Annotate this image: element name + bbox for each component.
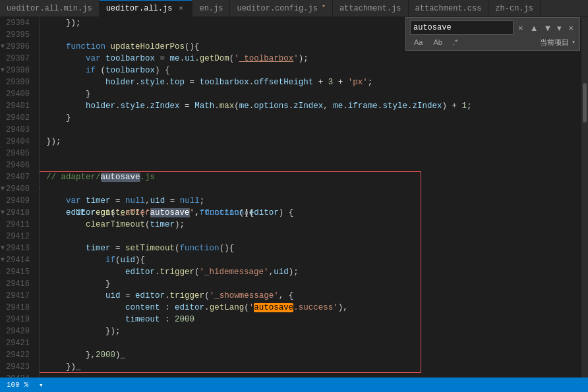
- tab-attachment-css[interactable]: attachment.css: [409, 0, 489, 17]
- code-line-29403: [46, 124, 581, 136]
- vertical-scrollbar[interactable]: [581, 17, 588, 378]
- line-num-29409: 29409: [0, 195, 34, 207]
- tab-label: zh-cn.js: [495, 4, 533, 13]
- code-line-29406: [46, 159, 581, 171]
- line-num-29416: 29416: [0, 278, 34, 290]
- code-line-29417: uid = editor.trigger('_showmessage', {: [46, 290, 581, 302]
- code-line-29415: editor.trigger('_hidemessage',uid);: [46, 266, 581, 278]
- line-num-29417: 29417: [0, 290, 34, 302]
- line-num-29402: 29402: [0, 112, 34, 124]
- tab-ueditor-all-js[interactable]: ueditor.all.js ×: [100, 0, 193, 17]
- code-line-29399: holder.style.top = toolbarbox.offsetHeig…: [46, 76, 581, 88]
- line-num-29418: 29418: [0, 302, 34, 314]
- code-line-29419: timeout : 2000: [46, 314, 581, 325]
- code-line-29401: holder.style.zIndex = Math.max(me.option…: [46, 100, 581, 112]
- line-number-gutter: 29394 29395 ▼29396 29397 ▼29398 29399 29…: [0, 17, 40, 378]
- code-line-29423: })_: [46, 361, 581, 373]
- line-num-29408: ▼29408: [0, 183, 34, 195]
- line-num-29420: 29420: [0, 325, 34, 337]
- line-num-29406: 29406: [0, 159, 34, 171]
- tab-ueditor-config-js[interactable]: ueditor.config.js *: [230, 0, 332, 17]
- line-num-29410: ▼29410: [0, 207, 34, 219]
- search-navigation: ▲ ▼ ▾: [528, 22, 564, 34]
- line-num-29424: 29424: [0, 373, 34, 378]
- code-editor[interactable]: }); function updateHolderPos(){ var tool…: [40, 17, 581, 378]
- code-line-29404: });: [46, 136, 581, 148]
- code-line-29418: content : editor.getLang('autosave.succe…: [46, 302, 581, 314]
- search-next-button[interactable]: ▼: [542, 22, 554, 34]
- code-line-29402: }: [46, 112, 581, 124]
- code-line-29410: editor.on('_afterautosave',function(){: [46, 207, 581, 219]
- line-num-29403: 29403: [0, 124, 34, 136]
- code-line-29397: var toolbarbox = me.ui.getDom('_toolbarb…: [46, 53, 581, 65]
- tab-bar: ueditor.all.min.js ueditor.all.js × en.j…: [0, 0, 588, 17]
- code-line-29422: },2000)_: [46, 349, 581, 361]
- line-num-29400: 29400: [0, 88, 34, 100]
- tab-label: attachment.js: [339, 4, 401, 13]
- line-num-29412: 29412: [0, 231, 34, 242]
- tab-attachment-js[interactable]: attachment.js: [333, 0, 409, 17]
- line-num-29394: 29394: [0, 17, 34, 29]
- tab-modified-indicator: *: [322, 5, 326, 12]
- code-line-29416: }: [46, 278, 581, 290]
- tab-close-button[interactable]: ×: [176, 5, 185, 13]
- tab-en-js[interactable]: en.js: [192, 0, 230, 17]
- whole-word-button[interactable]: Ab: [429, 37, 446, 47]
- tab-label: en.js: [199, 4, 223, 13]
- line-num-29422: 29422: [0, 349, 34, 361]
- line-num-29421: 29421: [0, 337, 34, 349]
- search-menu-button[interactable]: ▾: [555, 22, 564, 34]
- code-line-29421: [46, 337, 581, 349]
- tab-zh-cn-js[interactable]: zh-cn.js: [488, 0, 541, 17]
- tab-label: ueditor.config.js: [237, 4, 317, 13]
- code-line-29409: var timer = null,uid = null;: [46, 195, 581, 207]
- fold-btn-29396[interactable]: ▼: [0, 41, 5, 53]
- line-num-29415: 29415: [0, 266, 34, 278]
- scope-label: 当前项目: [540, 38, 569, 47]
- search-options-row: Aa Ab .* 当前项目 ▾: [410, 37, 575, 47]
- line-num-29398: ▼29398: [0, 65, 34, 76]
- fold-btn-29408[interactable]: ▼: [0, 183, 5, 195]
- line-num-29413: ▼29413: [0, 242, 34, 254]
- code-line-29412: [46, 231, 581, 242]
- line-num-29395: 29395: [0, 29, 34, 41]
- fold-btn-29413[interactable]: ▼: [0, 242, 5, 254]
- search-input-wrap: [410, 20, 514, 35]
- tab-ueditor-all-min-js[interactable]: ueditor.all.min.js: [0, 0, 100, 17]
- search-input[interactable]: [413, 23, 510, 32]
- line-num-29401: 29401: [0, 100, 34, 112]
- status-bar: 100 % ▾: [0, 378, 588, 392]
- code-line-29424: [46, 373, 581, 378]
- zoom-stepper[interactable]: ▾: [39, 381, 44, 389]
- search-panel: × ▲ ▼ ▾ × Aa Ab .* 当前项目 ▾: [405, 17, 580, 51]
- line-num-29399: 29399: [0, 76, 34, 88]
- regex-button[interactable]: .*: [449, 37, 461, 47]
- search-prev-button[interactable]: ▲: [528, 22, 541, 34]
- line-num-29414: ▼29414: [0, 254, 34, 266]
- code-line-29413: timer = setTimeout(function(){: [46, 242, 581, 254]
- fold-btn-29398[interactable]: ▼: [0, 65, 5, 76]
- editor-container: × ▲ ▼ ▾ × Aa Ab .* 当前项目 ▾ 29394 29395 ▼2…: [0, 17, 588, 378]
- code-line-29414: if(uid){: [46, 254, 581, 266]
- search-close-button[interactable]: ×: [566, 22, 575, 34]
- scrollbar-thumb[interactable]: [583, 83, 587, 123]
- tab-label: ueditor.all.js: [106, 4, 173, 13]
- zoom-level: 100 %: [7, 381, 28, 389]
- code-line-29411: clearTimeout(timer);: [46, 219, 581, 231]
- fold-btn-29414[interactable]: ▼: [0, 254, 5, 266]
- line-num-29411: 29411: [0, 219, 34, 231]
- code-line-29398: if (toolbarbox) {: [46, 65, 581, 76]
- case-sensitive-button[interactable]: Aa: [410, 37, 426, 47]
- line-num-29397: 29397: [0, 53, 34, 65]
- scope-dropdown-icon[interactable]: ▾: [572, 38, 575, 46]
- code-line-29408: ➤ UE.registerUI('autosave', function(edi…: [46, 183, 581, 195]
- code-line-29407: // adapter/autosave.js: [46, 171, 581, 183]
- fold-btn-29410[interactable]: ▼: [0, 207, 5, 219]
- line-num-29404: 29404: [0, 136, 34, 148]
- code-line-29420: });: [46, 325, 581, 337]
- line-num-29419: 29419: [0, 314, 34, 325]
- line-num-29396: ▼29396: [0, 41, 34, 53]
- tab-label: ueditor.all.min.js: [7, 4, 92, 13]
- search-clear-button[interactable]: ×: [516, 23, 525, 33]
- tab-label: attachment.css: [415, 4, 482, 13]
